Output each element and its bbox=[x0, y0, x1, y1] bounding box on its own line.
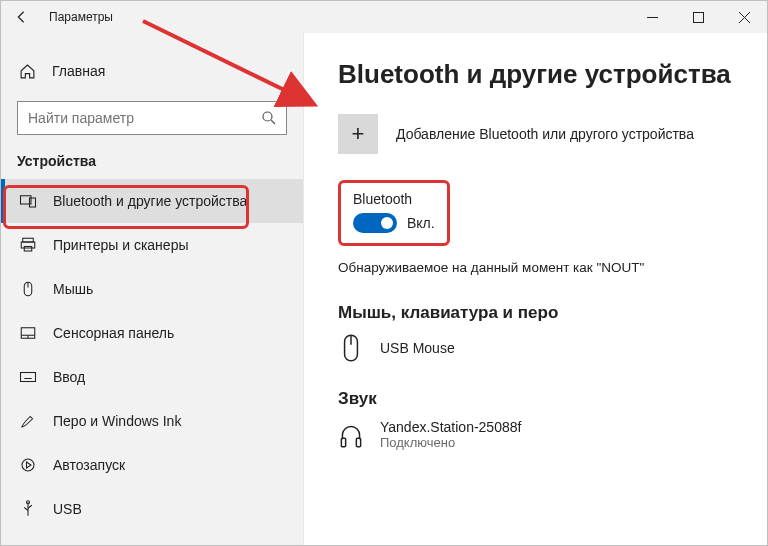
svg-rect-10 bbox=[24, 247, 32, 252]
window-controls bbox=[629, 1, 767, 33]
titlebar: Параметры bbox=[1, 1, 767, 33]
svg-point-4 bbox=[263, 112, 272, 121]
content: Bluetooth и другие устройства + Добавлен… bbox=[304, 33, 767, 545]
back-button[interactable] bbox=[1, 10, 41, 24]
sidebar: Главная Устройства Bluetooth и другие ус… bbox=[1, 33, 304, 545]
usb-icon bbox=[19, 500, 37, 518]
home-icon bbox=[19, 63, 36, 80]
add-device-label: Добавление Bluetooth или другого устройс… bbox=[396, 126, 694, 142]
svg-rect-1 bbox=[693, 12, 703, 22]
audio-devices-heading: Звук bbox=[338, 389, 733, 409]
sidebar-home[interactable]: Главная bbox=[1, 51, 303, 91]
add-device-row[interactable]: + Добавление Bluetooth или другого устро… bbox=[338, 114, 733, 154]
sidebar-item-typing[interactable]: Ввод bbox=[1, 355, 303, 399]
bluetooth-toggle-state: Вкл. bbox=[407, 215, 435, 231]
bluetooth-toggle[interactable] bbox=[353, 213, 397, 233]
sidebar-item-label: USB bbox=[53, 501, 82, 517]
svg-rect-8 bbox=[23, 238, 34, 242]
devices-icon bbox=[19, 192, 37, 210]
sidebar-item-label: Мышь bbox=[53, 281, 93, 297]
device-audio[interactable]: Yandex.Station-25088f Подключено bbox=[338, 419, 733, 450]
device-name: USB Mouse bbox=[380, 340, 455, 356]
device-name: Yandex.Station-25088f bbox=[380, 419, 521, 435]
maximize-button[interactable] bbox=[675, 1, 721, 33]
sidebar-item-usb[interactable]: USB bbox=[1, 487, 303, 531]
svg-rect-16 bbox=[21, 373, 36, 382]
touchpad-icon bbox=[19, 324, 37, 342]
discoverable-text: Обнаруживаемое на данный момент как "NOU… bbox=[338, 260, 733, 275]
sidebar-item-printers[interactable]: Принтеры и сканеры bbox=[1, 223, 303, 267]
sidebar-list: Bluetooth и другие устройства Принтеры и… bbox=[1, 179, 303, 531]
printer-icon bbox=[19, 236, 37, 254]
window-title: Параметры bbox=[49, 10, 113, 24]
page-title: Bluetooth и другие устройства bbox=[338, 59, 733, 90]
minimize-icon bbox=[647, 12, 658, 23]
bluetooth-toggle-block: Bluetooth Вкл. bbox=[338, 180, 450, 246]
settings-window: Параметры Главная Устройства bbox=[0, 0, 768, 546]
bluetooth-label: Bluetooth bbox=[353, 191, 435, 207]
sidebar-item-label: Перо и Windows Ink bbox=[53, 413, 181, 429]
sidebar-item-pen[interactable]: Перо и Windows Ink bbox=[1, 399, 303, 443]
svg-rect-28 bbox=[356, 438, 360, 447]
headphones-icon bbox=[338, 420, 364, 450]
body: Главная Устройства Bluetooth и другие ус… bbox=[1, 33, 767, 545]
svg-rect-9 bbox=[21, 242, 35, 248]
keyboard-icon bbox=[19, 368, 37, 386]
sidebar-home-label: Главная bbox=[52, 63, 105, 79]
sidebar-item-bluetooth[interactable]: Bluetooth и другие устройства bbox=[1, 179, 303, 223]
add-device-button[interactable]: + bbox=[338, 114, 378, 154]
svg-line-5 bbox=[271, 120, 275, 124]
sidebar-item-autoplay[interactable]: Автозапуск bbox=[1, 443, 303, 487]
sidebar-item-label: Сенсорная панель bbox=[53, 325, 174, 341]
plus-icon: + bbox=[352, 121, 365, 147]
close-icon bbox=[739, 12, 750, 23]
bluetooth-toggle-row: Вкл. bbox=[353, 213, 435, 233]
device-status: Подключено bbox=[380, 435, 521, 450]
autoplay-icon bbox=[19, 456, 37, 474]
svg-rect-27 bbox=[341, 438, 345, 447]
sidebar-item-mouse[interactable]: Мышь bbox=[1, 267, 303, 311]
svg-rect-7 bbox=[30, 198, 36, 207]
mouse-icon bbox=[338, 333, 364, 363]
arrow-left-icon bbox=[14, 10, 28, 24]
pen-icon bbox=[19, 412, 37, 430]
sidebar-item-touchpad[interactable]: Сенсорная панель bbox=[1, 311, 303, 355]
search-box[interactable] bbox=[17, 101, 287, 135]
sidebar-section-label: Устройства bbox=[1, 135, 303, 179]
search-input[interactable] bbox=[18, 102, 286, 134]
search-icon bbox=[260, 109, 278, 131]
sidebar-item-label: Принтеры и сканеры bbox=[53, 237, 188, 253]
mouse-icon bbox=[19, 280, 37, 298]
svg-point-22 bbox=[22, 459, 34, 471]
device-mouse[interactable]: USB Mouse bbox=[338, 333, 733, 363]
close-button[interactable] bbox=[721, 1, 767, 33]
sidebar-item-label: Ввод bbox=[53, 369, 85, 385]
sidebar-item-label: Bluetooth и другие устройства bbox=[53, 193, 247, 209]
sidebar-item-label: Автозапуск bbox=[53, 457, 125, 473]
maximize-icon bbox=[693, 12, 704, 23]
input-devices-heading: Мышь, клавиатура и перо bbox=[338, 303, 733, 323]
search-container bbox=[1, 91, 303, 135]
minimize-button[interactable] bbox=[629, 1, 675, 33]
